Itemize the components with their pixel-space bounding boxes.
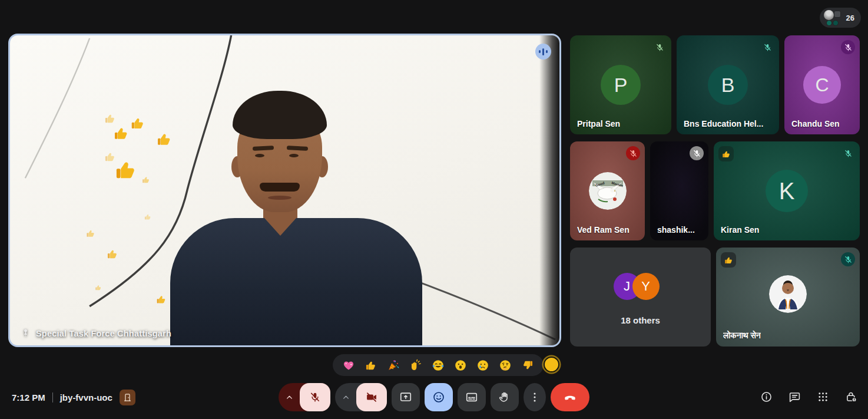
call-controls-toolbar (279, 383, 589, 411)
chevron-up-icon (286, 394, 293, 401)
thumbs-up-reaction-icon (113, 157, 139, 183)
participant-avatars-stack (824, 10, 842, 26)
clock-time: 7:12 PM (12, 392, 45, 402)
thumbs-up-reaction-icon (106, 248, 119, 260)
participant-name: Chandu Sen (791, 119, 840, 128)
stacked-avatars: J Y (612, 273, 669, 301)
avatar: C (803, 66, 841, 104)
thumbs-up-reaction-icon (104, 112, 117, 125)
thumbs-up-reaction-icon (85, 228, 96, 239)
chat-button[interactable] (789, 391, 801, 403)
thumbs-up-reaction-badge (718, 146, 734, 161)
avatar-photo (769, 275, 807, 313)
mic-muted-icon (690, 146, 704, 160)
reaction-face-with-tears-of-joy[interactable] (431, 358, 445, 372)
raise-hand-icon (498, 391, 511, 404)
good-morning-dove-image: Good Mornin (589, 172, 627, 210)
microphone-control-group (279, 383, 330, 411)
raise-hand-button[interactable] (491, 383, 519, 411)
more-options-button[interactable] (524, 383, 546, 411)
mute-microphone-button[interactable] (300, 383, 330, 411)
profile-photo-image (769, 275, 807, 313)
call-end-icon (563, 390, 577, 404)
separator (52, 392, 53, 402)
mic-muted-icon (626, 146, 640, 160)
more-vertical-icon (528, 391, 541, 404)
mic-muted-icon (841, 252, 855, 266)
avatar: Y (632, 273, 660, 300)
camera-off-icon (366, 391, 377, 403)
activities-grid-button[interactable] (817, 391, 829, 403)
present-screen-button[interactable] (392, 383, 420, 411)
thumbs-up-reaction-badge (721, 252, 736, 268)
participant-name: Pritpal Sen (577, 119, 620, 128)
participant-tile-bns-education[interactable]: B Bns Education Hel... (677, 35, 779, 134)
meeting-room-badge[interactable] (120, 390, 135, 405)
participant-tile-loknath-sen[interactable]: लोकनाथ सेन (716, 248, 860, 347)
thumbs-up-reaction-icon (155, 293, 167, 305)
camera-options-chevron-button[interactable] (335, 383, 356, 411)
smiley-icon (432, 391, 445, 404)
thumbs-up-reaction-icon (130, 115, 146, 131)
overflow-tile-18-others[interactable]: J Y 18 others (570, 248, 711, 347)
door-icon (122, 392, 132, 402)
avatar: B (708, 65, 748, 105)
participant-count: 26 (846, 14, 854, 22)
participant-name: shashik... (657, 225, 695, 235)
mic-muted-icon (760, 40, 774, 54)
reaction-sparkling-heart[interactable] (342, 358, 356, 372)
meeting-details-button[interactable] (760, 391, 773, 403)
floating-reactions-layer (10, 35, 559, 345)
thumbs-up-reaction-icon (95, 284, 102, 292)
camera-control-group (335, 383, 387, 411)
avatar: P (601, 65, 641, 105)
main-video-name: Special Task Force Chhattisgarh (36, 329, 171, 338)
mic-muted-icon (841, 40, 855, 54)
chevron-up-icon (342, 394, 350, 401)
reaction-thinking-face[interactable] (498, 358, 512, 372)
participant-tile-ved-ram-sen[interactable]: Good Mornin Ved Ram Sen (570, 141, 645, 240)
meeting-code: jby-fvvn-uoc (60, 392, 112, 402)
meeting-status-bar: 7:12 PM jby-fvvn-uoc (12, 389, 135, 405)
participant-name: लोकनाथ सेन (723, 331, 761, 341)
participant-name: Kiran Sen (721, 225, 759, 235)
closed-captions-icon (465, 391, 478, 404)
thumbs-up-reaction-icon (141, 175, 151, 184)
participant-tile-shashik[interactable]: shashik... (650, 141, 708, 240)
participant-name: Ved Ram Sen (577, 225, 630, 235)
mic-muted-icon (841, 146, 855, 160)
participant-tile-pritpal-sen[interactable]: P Pritpal Sen (570, 35, 671, 134)
pin-icon (21, 328, 31, 338)
thumbs-up-reaction-icon (112, 124, 130, 142)
reaction-thumbs-down[interactable] (521, 358, 535, 372)
camera-off-button[interactable] (356, 383, 387, 411)
main-video-tile[interactable]: Special Task Force Chhattisgarh (8, 34, 561, 347)
participants-count-pill[interactable]: 26 (820, 8, 861, 28)
reaction-party-popper[interactable] (386, 358, 400, 372)
participants-panel: P Pritpal Sen B Bns Education Hel... C C… (570, 35, 860, 347)
audio-level-indicator-icon (535, 44, 551, 60)
end-call-button[interactable] (551, 383, 589, 411)
thumbs-up-reaction-icon (155, 130, 173, 148)
reaction-thumbs-up[interactable] (364, 358, 378, 372)
captions-button[interactable] (458, 383, 486, 411)
mic-options-chevron-button[interactable] (279, 383, 300, 411)
avatar: K (766, 170, 808, 212)
participant-name: Bns Education Hel... (684, 119, 763, 128)
thumbs-up-reaction-icon (144, 213, 152, 221)
main-video-name-label: Special Task Force Chhattisgarh (21, 328, 171, 338)
right-status-controls (760, 391, 857, 403)
avatar-photo: Good Mornin (589, 172, 627, 210)
others-count-label: 18 others (621, 315, 660, 325)
participant-tile-chandu-sen[interactable]: C Chandu Sen (784, 35, 860, 134)
reaction-clapping-hands[interactable] (409, 358, 423, 372)
present-screen-icon (399, 391, 412, 404)
mic-muted-icon (652, 40, 667, 54)
skin-tone-selector[interactable] (544, 357, 559, 372)
reaction-crying-face[interactable] (476, 358, 490, 372)
host-controls-lock-button[interactable] (845, 391, 857, 403)
reactions-toggle-button[interactable] (425, 383, 453, 411)
participant-tile-kiran-sen[interactable]: K Kiran Sen (714, 141, 860, 240)
reaction-face-with-open-mouth[interactable] (453, 358, 468, 372)
mic-off-icon (309, 391, 321, 403)
